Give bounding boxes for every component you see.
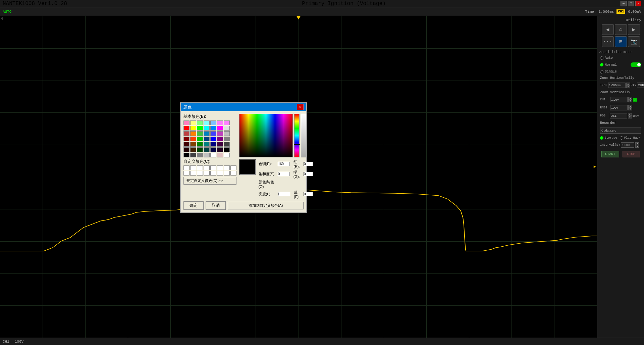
time-down[interactable]: ▼ [626, 85, 630, 88]
color-swatch[interactable] [217, 131, 223, 136]
color-swatch[interactable] [190, 142, 196, 147]
ch-up[interactable]: ▲ [628, 97, 632, 100]
color-swatch[interactable] [224, 153, 230, 157]
playback-radio-btn[interactable] [620, 136, 623, 140]
hue-input[interactable] [278, 162, 290, 166]
color-swatch[interactable] [210, 131, 216, 136]
normal-radio[interactable] [600, 63, 603, 66]
ch-checkbox[interactable]: ✓ [633, 98, 637, 102]
color-swatch[interactable] [217, 120, 223, 125]
color-swatch[interactable] [197, 131, 203, 136]
start-button[interactable]: START [601, 151, 619, 157]
color-swatch[interactable] [183, 153, 190, 157]
color-swatch[interactable] [210, 137, 216, 141]
color-swatch[interactable] [190, 137, 196, 141]
color-swatch[interactable] [190, 126, 196, 131]
recorder-path-input[interactable] [600, 128, 641, 134]
back-button[interactable]: ◀ [602, 24, 614, 35]
color-swatch[interactable] [204, 131, 210, 136]
custom-color-swatch[interactable] [224, 171, 230, 176]
custom-color-swatch[interactable] [210, 171, 216, 176]
custom-color-swatch[interactable] [217, 165, 223, 170]
color-swatch[interactable] [224, 137, 230, 141]
blue-input[interactable] [304, 192, 313, 196]
color-swatch[interactable] [210, 142, 216, 147]
rng-input[interactable] [610, 105, 628, 110]
custom-color-swatch[interactable] [230, 171, 236, 176]
forward-button[interactable]: ▶ [628, 24, 640, 35]
close-button[interactable]: ✕ [635, 1, 641, 6]
interval-down[interactable]: ▼ [635, 145, 639, 148]
cancel-button[interactable]: 取消 [206, 201, 226, 210]
red-input[interactable] [304, 162, 313, 166]
custom-color-swatch[interactable] [190, 165, 196, 170]
color-swatch[interactable] [204, 147, 210, 152]
minimize-button[interactable]: — [621, 1, 627, 6]
color-swatch[interactable] [217, 147, 223, 152]
color-swatch[interactable] [197, 137, 203, 141]
color-swatch[interactable] [183, 147, 190, 152]
auto-radio[interactable] [600, 56, 603, 60]
color-swatch[interactable] [197, 142, 203, 147]
color-swatch[interactable] [204, 153, 210, 157]
custom-color-swatch[interactable] [183, 165, 190, 170]
dots-button[interactable]: ··· [602, 36, 614, 47]
color-swatch[interactable] [197, 126, 203, 131]
custom-color-swatch[interactable] [190, 171, 196, 176]
color-swatch[interactable] [210, 126, 216, 131]
stop-button[interactable]: STOP [623, 151, 640, 157]
add-custom-button[interactable]: 添加到自定义颜色(A) [228, 202, 304, 209]
custom-color-swatch[interactable] [197, 171, 203, 176]
green-input[interactable] [304, 172, 313, 176]
color-swatch[interactable] [204, 120, 210, 125]
color-swatch[interactable] [183, 120, 190, 125]
maximize-button[interactable]: □ [628, 1, 634, 6]
home-button[interactable]: ⌂ [615, 24, 627, 35]
color-swatch[interactable] [183, 126, 190, 131]
pos-up[interactable]: ▲ [628, 113, 632, 116]
color-swatch[interactable] [183, 131, 190, 136]
time-up[interactable]: ▲ [626, 83, 630, 85]
color-swatch[interactable] [190, 120, 196, 125]
color-swatch[interactable] [217, 137, 223, 141]
color-swatch[interactable] [217, 126, 223, 131]
time-input[interactable] [608, 83, 626, 88]
color-swatch[interactable] [224, 131, 230, 136]
custom-color-swatch[interactable] [204, 171, 210, 176]
color-swatch[interactable] [197, 120, 203, 125]
div-input[interactable] [637, 83, 644, 88]
custom-color-swatch[interactable] [224, 165, 230, 170]
color-swatch[interactable] [224, 142, 230, 147]
custom-color-swatch[interactable] [210, 165, 216, 170]
color-swatch[interactable] [204, 142, 210, 147]
color-swatch[interactable] [224, 126, 230, 131]
pos-down[interactable]: ▼ [628, 116, 632, 118]
hue-slider[interactable] [294, 114, 300, 157]
qr-button[interactable]: ⊞ [615, 36, 627, 47]
ok-button[interactable]: 确定 [183, 201, 204, 210]
custom-color-swatch[interactable] [204, 165, 210, 170]
color-swatch[interactable] [217, 142, 223, 147]
rng-down[interactable]: ▼ [628, 108, 632, 110]
custom-color-swatch[interactable] [230, 165, 236, 170]
color-swatch[interactable] [204, 137, 210, 141]
lightness-slider[interactable] [301, 114, 306, 157]
color-swatch[interactable] [190, 153, 196, 157]
normal-toggle[interactable] [631, 62, 641, 67]
custom-color-swatch[interactable] [183, 171, 190, 176]
ch-down[interactable]: ▼ [628, 100, 632, 102]
color-swatch[interactable] [217, 153, 223, 157]
color-swatch[interactable] [197, 147, 203, 152]
gradient-picker[interactable] [239, 114, 293, 157]
color-swatch[interactable] [210, 153, 216, 157]
camera-button[interactable]: 📷 [628, 36, 640, 47]
custom-color-swatch[interactable] [197, 165, 203, 170]
lum-input[interactable] [278, 192, 290, 196]
color-swatch[interactable] [204, 126, 210, 131]
color-swatch[interactable] [210, 147, 216, 152]
rng-up[interactable]: ▲ [628, 105, 632, 108]
define-colors-button[interactable]: 规定自定义颜色(D) >> [183, 177, 236, 185]
pos-input[interactable] [610, 113, 627, 118]
color-dialog-close[interactable]: ✕ [297, 104, 304, 110]
color-swatch[interactable] [197, 153, 203, 157]
